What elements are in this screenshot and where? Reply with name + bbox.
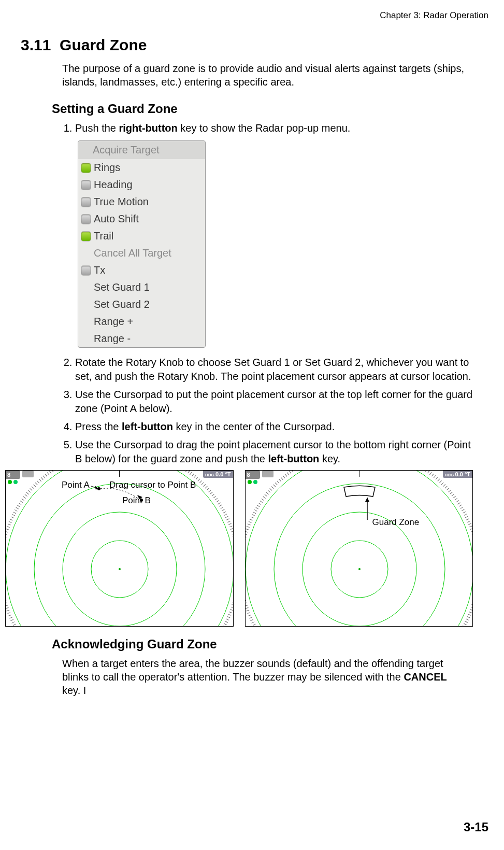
label-point-a: Point A [62,480,90,490]
popup-item-auto-shift: Auto Shift [78,210,205,228]
svg-point-3 [6,471,234,626]
toggle-off-icon [81,197,91,207]
popup-item-range-plus: Range + [78,313,205,330]
toggle-on-icon [81,163,91,173]
running-header: Chapter 3: Radar Operation [21,10,488,21]
ack-paragraph: When a target enters the area, the buzze… [62,657,466,697]
svg-point-6 [97,487,100,490]
radar-diagram-right: 8 HDG 0.0 °T [245,470,473,627]
svg-point-14 [246,471,473,626]
svg-point-5 [6,471,234,626]
svg-point-2 [34,484,205,626]
section-heading: 3.11 Guard Zone [21,36,473,54]
toggle-off-icon [81,266,91,275]
label-point-b: Point B [122,495,151,506]
label-drag-cursor: Drag cursor to Point B [109,480,196,490]
popup-item-set-guard-2: Set Guard 2 [78,296,205,313]
toggle-on-icon [81,232,91,241]
step-2: Rotate the Rotary Knob to choose Set Gua… [75,356,473,384]
svg-point-4 [119,568,121,570]
radar-rings-icon [6,471,234,626]
popup-item-rings: Rings [78,159,205,176]
popup-item-true-motion: True Motion [78,193,205,210]
step-4: Press the left-button key in the center … [75,420,473,434]
subheading-setting: Setting a Guard Zone [52,102,473,116]
intro-paragraph: The purpose of a guard zone is to provid… [62,62,466,89]
label-guard-zone: Guard Zone [372,517,420,528]
popup-item-tx: Tx [78,262,205,279]
radar-rings-icon [246,471,473,626]
step-1: Push the right-button key to show the Ra… [75,121,473,348]
radar-diagram-row: 8 HDG 0.0 °T [5,470,473,627]
bold-cancel: CANCEL [404,671,447,683]
section-title: Guard Zone [60,36,147,53]
popup-item-heading: Heading [78,176,205,193]
radar-diagram-left: 8 HDG 0.0 °T [5,470,234,627]
popup-item-set-guard-1: Set Guard 1 [78,279,205,296]
steps-list: Push the right-button key to show the Ra… [62,121,473,466]
bold-left-button: left-button [122,421,173,432]
step-5: Use the Cursorpad to drag the point plac… [75,438,473,466]
bold-right-button: right-button [119,122,178,134]
popup-item-trail: Trail [78,228,205,245]
svg-point-13 [358,568,361,570]
subheading-acknowledging: Acknowledging Guard Zone [52,637,473,651]
toggle-off-icon [81,180,91,190]
section-number: 3.11 [21,36,51,53]
popup-item-acquire-target: Acquire Target [78,141,205,159]
step-3: Use the Cursorpad to put the point place… [75,388,473,416]
svg-point-11 [274,484,445,626]
radar-popup-menu: Acquire Target Rings Heading True Motion… [78,140,206,348]
bold-left-button-2: left-button [268,453,319,464]
page: Chapter 3: Radar Operation 3.11 Guard Zo… [0,0,504,850]
svg-point-12 [246,471,473,626]
page-number: 3-15 [464,820,488,834]
toggle-off-icon [81,215,91,224]
popup-item-cancel-all-target: Cancel All Target [78,245,205,262]
popup-item-range-minus: Range - [78,330,205,347]
